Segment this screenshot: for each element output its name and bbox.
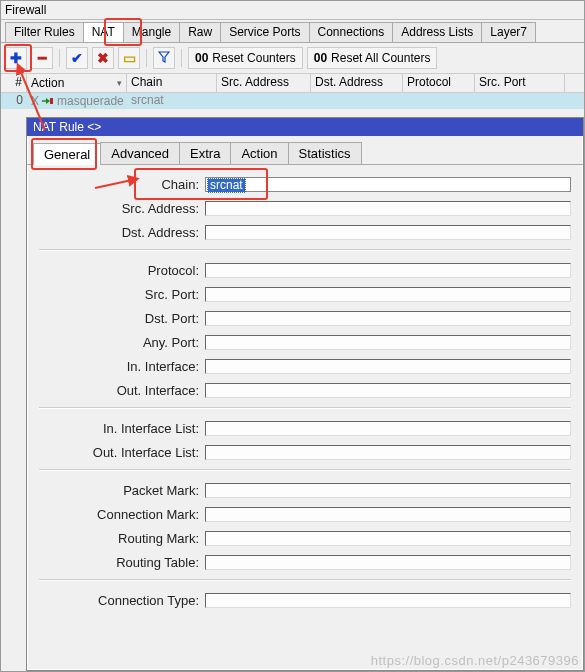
input-in-interface[interactable] bbox=[205, 359, 571, 374]
input-out-interface-list[interactable] bbox=[205, 445, 571, 460]
tab-service-ports[interactable]: Service Ports bbox=[220, 22, 309, 42]
col-action-label: Action bbox=[31, 76, 64, 90]
input-routing-mark[interactable] bbox=[205, 531, 571, 546]
tab-connections[interactable]: Connections bbox=[309, 22, 394, 42]
label-routing-table: Routing Table: bbox=[39, 555, 205, 570]
svg-rect-0 bbox=[50, 98, 53, 104]
field-src-address: Src. Address: bbox=[39, 199, 571, 217]
input-src-address[interactable] bbox=[205, 201, 571, 216]
add-button[interactable]: ✚ bbox=[5, 47, 27, 69]
reset-all-counters-button[interactable]: 00 Reset All Counters bbox=[307, 47, 438, 69]
field-connection-type: Connection Type: bbox=[39, 591, 571, 609]
tab-layer7[interactable]: Layer7 bbox=[481, 22, 536, 42]
tab-nat[interactable]: NAT bbox=[83, 22, 124, 42]
field-dst-port: Dst. Port: bbox=[39, 309, 571, 327]
funnel-icon bbox=[158, 50, 170, 66]
col-action[interactable]: Action ▾ bbox=[27, 74, 127, 92]
field-routing-table: Routing Table: bbox=[39, 553, 571, 571]
col-num[interactable]: # bbox=[1, 74, 27, 92]
tab-raw[interactable]: Raw bbox=[179, 22, 221, 42]
dialog-tab-action[interactable]: Action bbox=[230, 142, 288, 164]
col-chain[interactable]: Chain bbox=[127, 74, 217, 92]
field-out-interface-list: Out. Interface List: bbox=[39, 443, 571, 461]
field-dst-address: Dst. Address: bbox=[39, 223, 571, 241]
masquerade-icon bbox=[42, 96, 54, 106]
firewall-window: Firewall Filter Rules NAT Mangle Raw Ser… bbox=[0, 0, 585, 672]
remove-button[interactable]: ━ bbox=[31, 47, 53, 69]
row-chain: srcnat bbox=[127, 93, 217, 109]
input-connection-mark[interactable] bbox=[205, 507, 571, 522]
input-routing-table[interactable] bbox=[205, 555, 571, 570]
col-src-address[interactable]: Src. Address bbox=[217, 74, 311, 92]
disable-button[interactable]: ✖ bbox=[92, 47, 114, 69]
dialog-tab-general[interactable]: General bbox=[33, 143, 101, 165]
dialog-tab-statistics[interactable]: Statistics bbox=[288, 142, 362, 164]
input-any-port[interactable] bbox=[205, 335, 571, 350]
label-protocol: Protocol: bbox=[39, 263, 205, 278]
dialog-tab-advanced[interactable]: Advanced bbox=[100, 142, 180, 164]
label-out-interface-list: Out. Interface List: bbox=[39, 445, 205, 460]
label-src-address: Src. Address: bbox=[39, 201, 205, 216]
input-in-interface-list[interactable] bbox=[205, 421, 571, 436]
window-title: Firewall bbox=[1, 1, 584, 20]
counter-prefix: 00 bbox=[314, 51, 327, 65]
row-proto bbox=[403, 93, 475, 109]
table-row[interactable]: 0 X masquerade srcnat bbox=[1, 93, 584, 109]
input-dst-address[interactable] bbox=[205, 225, 571, 240]
note-icon: ▭ bbox=[123, 50, 136, 66]
field-packet-mark: Packet Mark: bbox=[39, 481, 571, 499]
label-dst-address: Dst. Address: bbox=[39, 225, 205, 240]
label-connection-type: Connection Type: bbox=[39, 593, 205, 608]
minus-icon: ━ bbox=[38, 50, 46, 66]
dialog-tab-extra[interactable]: Extra bbox=[179, 142, 231, 164]
field-protocol: Protocol: bbox=[39, 261, 571, 279]
row-num: 0 bbox=[1, 93, 27, 109]
label-connection-mark: Connection Mark: bbox=[39, 507, 205, 522]
reset-counters-label: Reset Counters bbox=[212, 51, 295, 65]
col-dst-address[interactable]: Dst. Address bbox=[311, 74, 403, 92]
label-out-interface: Out. Interface: bbox=[39, 383, 205, 398]
row-srcport bbox=[475, 93, 565, 109]
field-connection-mark: Connection Mark: bbox=[39, 505, 571, 523]
nat-rule-dialog: NAT Rule <> General Advanced Extra Actio… bbox=[26, 117, 584, 671]
input-src-port[interactable] bbox=[205, 287, 571, 302]
label-in-interface: In. Interface: bbox=[39, 359, 205, 374]
input-out-interface[interactable] bbox=[205, 383, 571, 398]
reset-counters-button[interactable]: 00 Reset Counters bbox=[188, 47, 303, 69]
sort-indicator-icon: ▾ bbox=[117, 78, 122, 88]
input-packet-mark[interactable] bbox=[205, 483, 571, 498]
divider bbox=[39, 249, 571, 251]
divider bbox=[39, 407, 571, 409]
toolbar-separator bbox=[181, 49, 182, 67]
field-any-port: Any. Port: bbox=[39, 333, 571, 351]
field-in-interface-list: In. Interface List: bbox=[39, 419, 571, 437]
input-connection-type[interactable] bbox=[205, 593, 571, 608]
divider bbox=[39, 579, 571, 581]
row-src bbox=[217, 93, 311, 109]
tab-filter-rules[interactable]: Filter Rules bbox=[5, 22, 84, 42]
filter-button[interactable] bbox=[153, 47, 175, 69]
field-routing-mark: Routing Mark: bbox=[39, 529, 571, 547]
check-icon: ✔ bbox=[71, 50, 83, 66]
col-src-port[interactable]: Src. Port bbox=[475, 74, 565, 92]
toolbar: ✚ ━ ✔ ✖ ▭ 00 Reset Counters 00 Reset All… bbox=[1, 43, 584, 74]
dialog-title-bar[interactable]: NAT Rule <> bbox=[27, 118, 583, 136]
plus-icon: ✚ bbox=[10, 50, 22, 66]
label-src-port: Src. Port: bbox=[39, 287, 205, 302]
dialog-body: Chain: srcnat Src. Address: Dst. Address… bbox=[27, 165, 583, 609]
input-chain-value: srcnat bbox=[207, 178, 246, 193]
counter-prefix: 00 bbox=[195, 51, 208, 65]
col-protocol[interactable]: Protocol bbox=[403, 74, 475, 92]
tab-address-lists[interactable]: Address Lists bbox=[392, 22, 482, 42]
input-protocol[interactable] bbox=[205, 263, 571, 278]
tab-mangle[interactable]: Mangle bbox=[123, 22, 180, 42]
field-src-port: Src. Port: bbox=[39, 285, 571, 303]
row-flag: X bbox=[31, 94, 39, 108]
divider bbox=[39, 469, 571, 471]
field-out-interface: Out. Interface: bbox=[39, 381, 571, 399]
input-dst-port[interactable] bbox=[205, 311, 571, 326]
enable-button[interactable]: ✔ bbox=[66, 47, 88, 69]
comment-button[interactable]: ▭ bbox=[118, 47, 140, 69]
input-chain[interactable]: srcnat bbox=[205, 177, 571, 192]
field-in-interface: In. Interface: bbox=[39, 357, 571, 375]
